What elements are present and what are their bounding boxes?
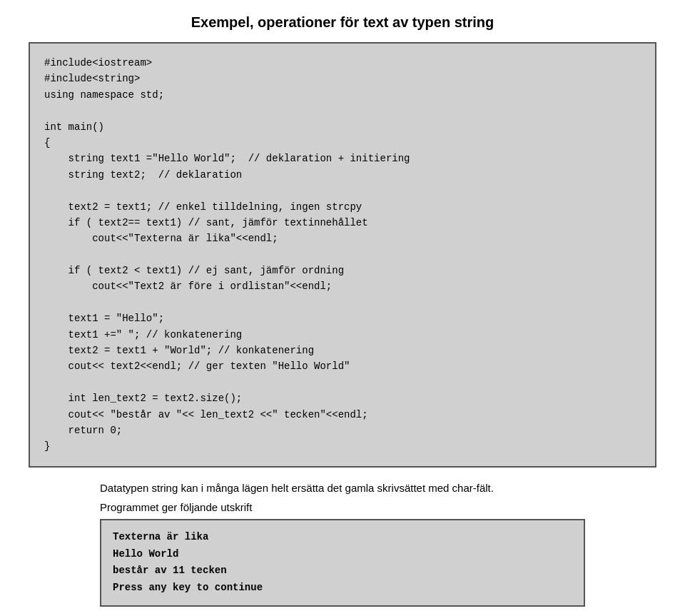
code-block: #include<iostream> #include<string> usin…	[29, 42, 656, 468]
output-block: Texterna är lika Hello World består av 1…	[100, 519, 585, 607]
page-title: Exempel, operationer för text av typen s…	[29, 14, 656, 31]
description-text: Datatypen string kan i många lägen helt …	[100, 482, 656, 494]
program-label: Programmet ger följande utskrift	[100, 501, 656, 513]
